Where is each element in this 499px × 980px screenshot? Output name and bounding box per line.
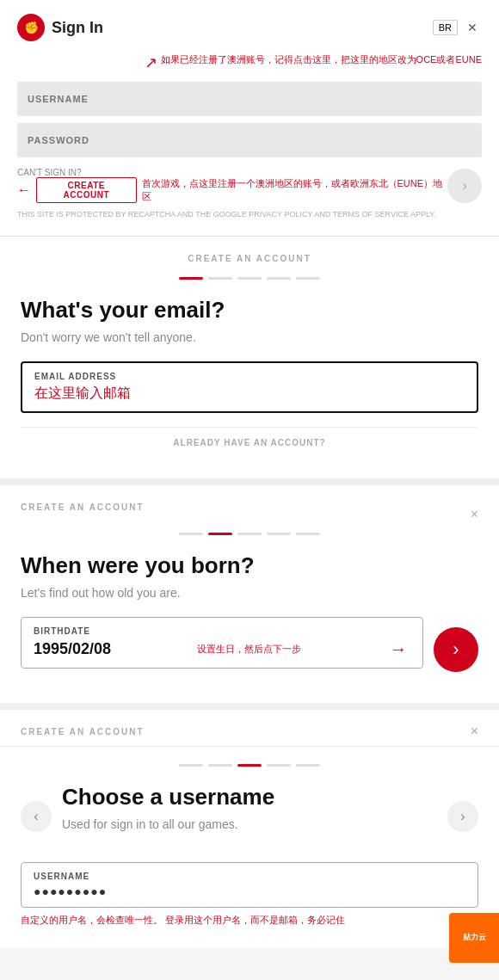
step-dots-birthdate — [21, 533, 478, 535]
username-nav-row: ‹ Choose a username Used for sign in to … — [21, 784, 478, 848]
step-dot-u3 — [237, 764, 262, 767]
signin-bottom-row: CAN'T SIGN IN? ← CREATE ACCOUNT 首次游戏，点这里… — [17, 168, 482, 203]
arrow-icon: ↗ — [145, 53, 157, 72]
step-dot-u1 — [179, 764, 203, 767]
username-back-button[interactable]: ‹ — [21, 801, 52, 832]
birthdate-header-row: CREATE AN ACCOUNT × — [21, 502, 478, 526]
step-dot-b5 — [296, 533, 320, 535]
left-arrow-icon: ← — [17, 182, 31, 198]
signin-next-button[interactable]: › — [447, 169, 482, 203]
username-input[interactable] — [17, 82, 482, 116]
logo-icon: ✊ — [17, 14, 45, 41]
birthdate-label: BIRTHDATE — [34, 626, 410, 636]
birthdate-value: 1995/02/08 — [34, 640, 111, 658]
create-account-birthdate-section: CREATE AN ACCOUNT × When were you born? … — [0, 485, 499, 710]
step-dots-username — [21, 764, 478, 767]
signin-title: Sign In — [52, 19, 103, 37]
email-input-container[interactable]: EMAIL ADDRESS 在这里输入邮箱 — [21, 361, 478, 413]
annotation-arrow-row: ↗ 如果已经注册了澳洲账号，记得点击这里，把这里的地区改为OCE或者EUNE — [17, 53, 482, 75]
signin-annotation: 如果已经注册了澳洲账号，记得点击这里，把这里的地区改为OCE或者EUNE — [161, 53, 482, 66]
step-dot-4 — [267, 277, 291, 280]
birthdate-close-button[interactable]: × — [471, 507, 478, 522]
email-section-heading: What's your email? — [21, 297, 478, 324]
step-dot-u4 — [267, 764, 291, 767]
step-dots-email — [21, 277, 478, 280]
username-subtext: Used for sign in to all our games. — [62, 817, 437, 831]
cant-signin-label: CAN'T SIGN IN? — [17, 168, 447, 177]
birthdate-annotation: 设置生日，然后点下一步 — [111, 643, 386, 656]
username-section-header: CREATE AN ACCOUNT — [21, 727, 145, 737]
step-dot-b1 — [179, 533, 203, 535]
already-account-label: ALREADY HAVE AN ACCOUNT? — [21, 427, 478, 458]
step-dot-5 — [296, 277, 320, 280]
step-dot-b4 — [267, 533, 291, 535]
create-account-row: ← CREATE ACCOUNT 首次游戏，点这里注册一个澳洲地区的账号，或者欧… — [17, 177, 447, 203]
create-account-email-section: CREATE AN ACCOUNT What's your email? Don… — [0, 237, 499, 485]
username-section: ‹ Choose a username Used for sign in to … — [0, 747, 499, 948]
birthdate-next-button[interactable]: › — [434, 627, 478, 672]
floating-sticker[interactable]: 贴力云 — [449, 913, 499, 948]
username-next-button[interactable]: › — [447, 801, 478, 832]
step-dot-1 — [179, 277, 203, 280]
cant-signin-area: CAN'T SIGN IN? ← CREATE ACCOUNT 首次游戏，点这里… — [17, 168, 447, 203]
username-heading-area: Choose a username Used for sign in to al… — [52, 784, 447, 848]
email-section-subtext: Don't worry we won't tell anyone. — [21, 330, 478, 344]
create-account-email-header: CREATE AN ACCOUNT — [21, 254, 478, 263]
email-label: EMAIL ADDRESS — [34, 372, 465, 381]
region-button[interactable]: BR — [433, 20, 458, 35]
step-dot-b2 — [208, 533, 232, 535]
annotation2-text: 首次游戏，点这里注册一个澳洲地区的账号，或者欧洲东北（EUNE）地区 — [142, 177, 448, 203]
create-account-button[interactable]: CREATE ACCOUNT — [36, 177, 137, 203]
step-dot-u2 — [208, 764, 232, 767]
step-dot-3 — [237, 277, 262, 280]
birthdate-section-header: CREATE AN ACCOUNT — [21, 502, 145, 512]
birthdate-arrow-icon: → — [390, 639, 407, 659]
signin-top-right: BR ✕ — [433, 19, 482, 36]
username-annotation: 自定义的用户名，会检查唯一性。 登录用这个用户名，而不是邮箱，务必记住 — [21, 913, 478, 928]
birthdate-value-row: 1995/02/08 设置生日，然后点下一步 → — [34, 639, 410, 659]
username-input-container[interactable]: USERNAME ●●●●●●●●● — [21, 862, 478, 908]
username-section-wrapper: CREATE AN ACCOUNT × ‹ Choose a username … — [0, 710, 499, 948]
birthdate-input-container[interactable]: BIRTHDATE 1995/02/08 设置生日，然后点下一步 → — [21, 617, 423, 669]
password-input[interactable] — [17, 123, 482, 157]
step-dot-b3 — [237, 533, 262, 535]
birthdate-heading: When were you born? — [21, 552, 478, 579]
email-placeholder-text[interactable]: 在这里输入邮箱 — [34, 385, 465, 403]
username-heading: Choose a username — [62, 784, 437, 811]
close-button[interactable]: ✕ — [463, 19, 482, 36]
signin-logo-area: ✊ Sign In — [17, 14, 103, 41]
signin-section: ✊ Sign In BR ✕ ↗ 如果已经注册了澳洲账号，记得点击这里，把这里的… — [0, 0, 499, 237]
username-input-value[interactable]: ●●●●●●●●● — [34, 884, 465, 898]
username-close-button[interactable]: × — [471, 724, 478, 739]
birthdate-row-container: BIRTHDATE 1995/02/08 设置生日，然后点下一步 → › — [21, 617, 478, 682]
terms-text: THIS SITE IS PROTECTED BY RECAPTCHA AND … — [17, 210, 482, 219]
step-dot-u5 — [296, 764, 320, 767]
signin-header: ✊ Sign In BR ✕ — [17, 14, 482, 41]
username-header-row: CREATE AN ACCOUNT × — [0, 710, 499, 747]
username-input-label: USERNAME — [34, 872, 465, 881]
step-dot-2 — [208, 277, 232, 280]
birthdate-subtext: Let's find out how old you are. — [21, 586, 478, 600]
